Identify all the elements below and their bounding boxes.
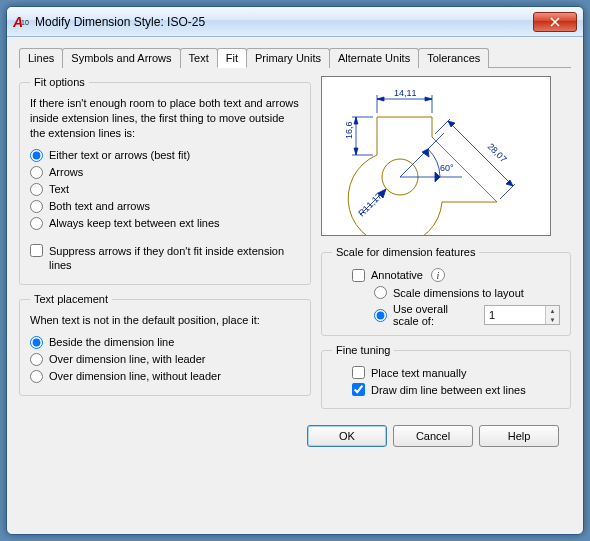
overall-scale-spinner[interactable]: ▲ ▼ bbox=[484, 305, 560, 325]
tab-symbols[interactable]: Symbols and Arrows bbox=[62, 48, 180, 68]
check-place-manual-label: Place text manually bbox=[371, 367, 466, 379]
radio-text-label: Text bbox=[49, 183, 69, 195]
check-annotative[interactable]: Annotative i bbox=[352, 268, 560, 282]
radio-both[interactable]: Both text and arrows bbox=[30, 200, 300, 213]
radio-over-leader[interactable]: Over dimension line, with leader bbox=[30, 353, 300, 366]
svg-line-17 bbox=[400, 133, 444, 177]
check-annotative-label: Annotative bbox=[371, 269, 423, 281]
check-suppress-label: Suppress arrows if they don't fit inside… bbox=[49, 244, 300, 273]
radio-scale-overall-label: Use overall scale of: bbox=[393, 303, 472, 327]
radio-always-input[interactable] bbox=[30, 217, 43, 230]
check-suppress[interactable]: Suppress arrows if they don't fit inside… bbox=[30, 244, 300, 273]
svg-marker-4 bbox=[377, 97, 384, 101]
spin-down[interactable]: ▼ bbox=[546, 315, 559, 324]
tab-lines[interactable]: Lines bbox=[19, 48, 63, 68]
fit-options-description: If there isn't enough room to place both… bbox=[30, 96, 300, 141]
dialog-footer: OK Cancel Help bbox=[19, 417, 571, 447]
text-placement-group: Text placement When text is not in the d… bbox=[19, 293, 311, 396]
text-placement-legend: Text placement bbox=[30, 293, 112, 305]
dim-angle: 60° bbox=[440, 163, 454, 173]
radio-beside-input[interactable] bbox=[30, 336, 43, 349]
radio-scale-layout-label: Scale dimensions to layout bbox=[393, 287, 524, 299]
radio-text-input[interactable] bbox=[30, 183, 43, 196]
svg-marker-19 bbox=[422, 149, 429, 157]
radio-both-label: Both text and arrows bbox=[49, 200, 150, 212]
close-icon bbox=[550, 17, 560, 27]
text-placement-description: When text is not in the default position… bbox=[30, 313, 300, 328]
tab-primary[interactable]: Primary Units bbox=[246, 48, 330, 68]
check-draw-dimline-input[interactable] bbox=[352, 383, 365, 396]
fit-options-group: Fit options If there isn't enough room t… bbox=[19, 76, 311, 285]
scale-legend: Scale for dimension features bbox=[332, 246, 479, 258]
dim-diag: 28,07 bbox=[486, 141, 509, 164]
radio-over-noleader[interactable]: Over dimension line, without leader bbox=[30, 370, 300, 383]
check-draw-dimline[interactable]: Draw dim line between ext lines bbox=[352, 383, 560, 396]
svg-marker-18 bbox=[435, 172, 440, 182]
svg-marker-10 bbox=[354, 148, 358, 155]
fine-tuning-legend: Fine tuning bbox=[332, 344, 394, 356]
app-icon: A10 bbox=[13, 14, 29, 30]
radio-arrows[interactable]: Arrows bbox=[30, 166, 300, 179]
check-annotative-input[interactable] bbox=[352, 269, 365, 282]
tab-text[interactable]: Text bbox=[180, 48, 218, 68]
fine-tuning-group: Fine tuning Place text manually Draw dim… bbox=[321, 344, 571, 409]
dim-top: 14,11 bbox=[394, 88, 417, 98]
check-suppress-input[interactable] bbox=[30, 244, 43, 257]
window-title: Modify Dimension Style: ISO-25 bbox=[35, 15, 533, 29]
radio-over-noleader-input[interactable] bbox=[30, 370, 43, 383]
help-button[interactable]: Help bbox=[479, 425, 559, 447]
check-draw-dimline-label: Draw dim line between ext lines bbox=[371, 384, 526, 396]
radio-beside[interactable]: Beside the dimension line bbox=[30, 336, 300, 349]
close-button[interactable] bbox=[533, 12, 577, 32]
radio-either-input[interactable] bbox=[30, 149, 43, 162]
radio-either-label: Either text or arrows (best fit) bbox=[49, 149, 190, 161]
radio-text[interactable]: Text bbox=[30, 183, 300, 196]
radio-scale-overall-input[interactable] bbox=[374, 309, 387, 322]
check-place-manual[interactable]: Place text manually bbox=[352, 366, 560, 379]
radio-over-leader-label: Over dimension line, with leader bbox=[49, 353, 206, 365]
preview-drawing: 14,11 16,6 28,07 60° R11,17 bbox=[322, 77, 551, 236]
radio-scale-layout-input[interactable] bbox=[374, 286, 387, 299]
svg-marker-15 bbox=[506, 180, 513, 186]
preview-panel: 14,11 16,6 28,07 60° R11,17 bbox=[321, 76, 551, 236]
ok-button[interactable]: OK bbox=[307, 425, 387, 447]
tab-tolerances[interactable]: Tolerances bbox=[418, 48, 489, 68]
radio-both-input[interactable] bbox=[30, 200, 43, 213]
svg-marker-9 bbox=[354, 117, 358, 124]
tab-fit[interactable]: Fit bbox=[217, 48, 247, 68]
radio-always-label: Always keep text between ext lines bbox=[49, 217, 220, 229]
radio-scale-overall[interactable]: Use overall scale of: bbox=[374, 303, 472, 327]
dim-left: 16,6 bbox=[344, 121, 354, 139]
dialog-window: A10 Modify Dimension Style: ISO-25 Lines… bbox=[6, 6, 584, 535]
fit-options-legend: Fit options bbox=[30, 76, 89, 88]
svg-marker-14 bbox=[448, 121, 455, 127]
radio-scale-layout[interactable]: Scale dimensions to layout bbox=[374, 286, 560, 299]
spin-up[interactable]: ▲ bbox=[546, 306, 559, 315]
scale-group: Scale for dimension features Annotative … bbox=[321, 246, 571, 336]
info-icon[interactable]: i bbox=[431, 268, 445, 282]
title-bar: A10 Modify Dimension Style: ISO-25 bbox=[7, 7, 583, 37]
radio-always[interactable]: Always keep text between ext lines bbox=[30, 217, 300, 230]
radio-either[interactable]: Either text or arrows (best fit) bbox=[30, 149, 300, 162]
radio-arrows-label: Arrows bbox=[49, 166, 83, 178]
radio-beside-label: Beside the dimension line bbox=[49, 336, 174, 348]
dim-radius: R11,17 bbox=[356, 191, 384, 219]
svg-marker-5 bbox=[425, 97, 432, 101]
radio-over-noleader-label: Over dimension line, without leader bbox=[49, 370, 221, 382]
dialog-content: Lines Symbols and Arrows Text Fit Primar… bbox=[7, 37, 583, 451]
radio-arrows-input[interactable] bbox=[30, 166, 43, 179]
tab-bar: Lines Symbols and Arrows Text Fit Primar… bbox=[19, 47, 571, 68]
overall-scale-input[interactable] bbox=[485, 306, 545, 324]
cancel-button[interactable]: Cancel bbox=[393, 425, 473, 447]
radio-over-leader-input[interactable] bbox=[30, 353, 43, 366]
check-place-manual-input[interactable] bbox=[352, 366, 365, 379]
tab-alternate[interactable]: Alternate Units bbox=[329, 48, 419, 68]
